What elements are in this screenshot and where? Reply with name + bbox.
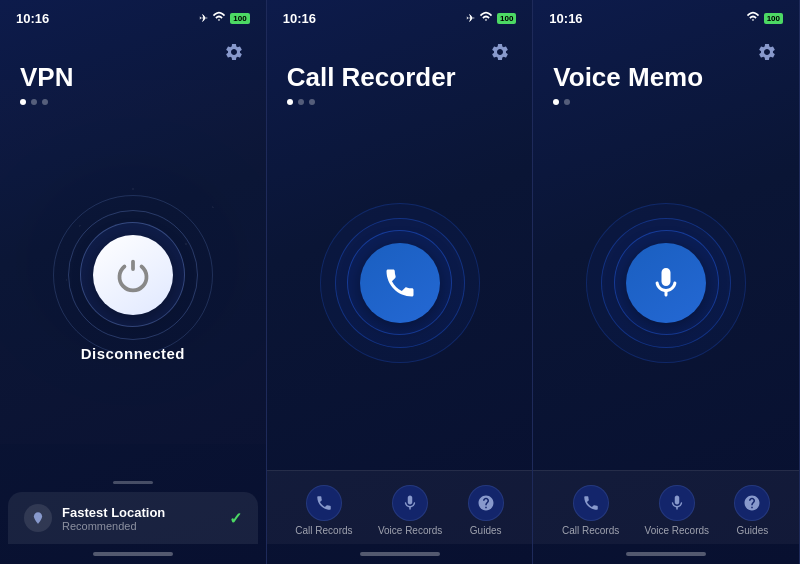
phone-button-container: [360, 243, 440, 323]
vpn-screen: 10:16 ✈ 100 VPN: [0, 0, 267, 564]
call-records-label-vm: Call Records: [562, 525, 619, 536]
nav-guides-vm[interactable]: Guides: [726, 481, 778, 540]
location-sub: Recommended: [62, 520, 219, 532]
vm-center: [533, 115, 799, 470]
nav-call-records-vm[interactable]: Call Records: [554, 481, 627, 540]
status-icons-cr: ✈ 100: [466, 10, 516, 26]
nav-voice-records-vm[interactable]: Voice Records: [637, 481, 717, 540]
bottom-nav-cr: Call Records Voice Records Guides: [267, 470, 533, 544]
settings-button-vm[interactable]: [751, 36, 783, 68]
voice-records-icon-vm: [659, 485, 695, 521]
guides-icon-vm: [734, 485, 770, 521]
status-time-vm: 10:16: [549, 11, 582, 26]
dot-cr-3: [309, 99, 315, 105]
bottom-nav-vm: Call Records Voice Records Guides: [533, 470, 799, 544]
cr-center: [267, 115, 533, 470]
status-icons-vpn: ✈ 100: [199, 10, 249, 26]
vpn-center: Disconnected: [0, 115, 266, 481]
status-time-vpn: 10:16: [16, 11, 49, 26]
page-dots-cr: [267, 99, 533, 115]
call-records-icon: [306, 485, 342, 521]
location-text: Fastest Location Recommended: [62, 505, 219, 532]
separator: [113, 481, 153, 484]
settings-button-cr[interactable]: [484, 36, 516, 68]
home-bar-vm: [626, 552, 706, 556]
location-name: Fastest Location: [62, 505, 219, 520]
home-indicator-vpn: [0, 544, 266, 564]
dot-vm-1: [553, 99, 559, 105]
wifi-icon-vm: [746, 10, 760, 26]
power-button-container: [93, 235, 173, 315]
dot-vm-2: [564, 99, 570, 105]
location-card[interactable]: Fastest Location Recommended ✓: [8, 492, 258, 544]
status-icons-vm: 100: [746, 10, 783, 26]
voice-records-label-vm: Voice Records: [645, 525, 709, 536]
wifi-icon-cr: [479, 10, 493, 26]
guides-label: Guides: [470, 525, 502, 536]
mic-button[interactable]: [626, 243, 706, 323]
settings-button[interactable]: [218, 36, 250, 68]
voice-records-label: Voice Records: [378, 525, 442, 536]
home-bar: [93, 552, 173, 556]
nav-voice-records[interactable]: Voice Records: [370, 481, 450, 540]
status-time-cr: 10:16: [283, 11, 316, 26]
wifi-icon: [212, 10, 226, 26]
mic-button-container: [626, 243, 706, 323]
dot-cr-2: [298, 99, 304, 105]
guides-label-vm: Guides: [737, 525, 769, 536]
location-icon: [24, 504, 52, 532]
dot-cr-1: [287, 99, 293, 105]
voice-memo-screen: 10:16 100 Voice Memo: [533, 0, 800, 564]
call-records-icon-vm: [573, 485, 609, 521]
nav-call-records[interactable]: Call Records: [287, 481, 360, 540]
battery-icon-vm: 100: [764, 13, 783, 24]
status-bar-vm: 10:16 100: [533, 0, 799, 30]
nav-guides[interactable]: Guides: [460, 481, 512, 540]
power-button[interactable]: [93, 235, 173, 315]
home-indicator-vm: [533, 544, 799, 564]
checkmark-icon: ✓: [229, 509, 242, 528]
status-bar-cr: 10:16 ✈ 100: [267, 0, 533, 30]
airplane-icon: ✈: [199, 12, 208, 25]
call-records-label: Call Records: [295, 525, 352, 536]
home-indicator-cr: [267, 544, 533, 564]
status-bar-vpn: 10:16 ✈ 100: [0, 0, 266, 30]
home-bar-cr: [360, 552, 440, 556]
battery-icon: 100: [230, 13, 249, 24]
voice-records-icon: [392, 485, 428, 521]
phone-button[interactable]: [360, 243, 440, 323]
battery-icon-cr: 100: [497, 13, 516, 24]
airplane-icon-cr: ✈: [466, 12, 475, 25]
guides-icon: [468, 485, 504, 521]
page-dots-vm: [533, 99, 799, 115]
call-recorder-screen: 10:16 ✈ 100 Call Recorder: [267, 0, 534, 564]
